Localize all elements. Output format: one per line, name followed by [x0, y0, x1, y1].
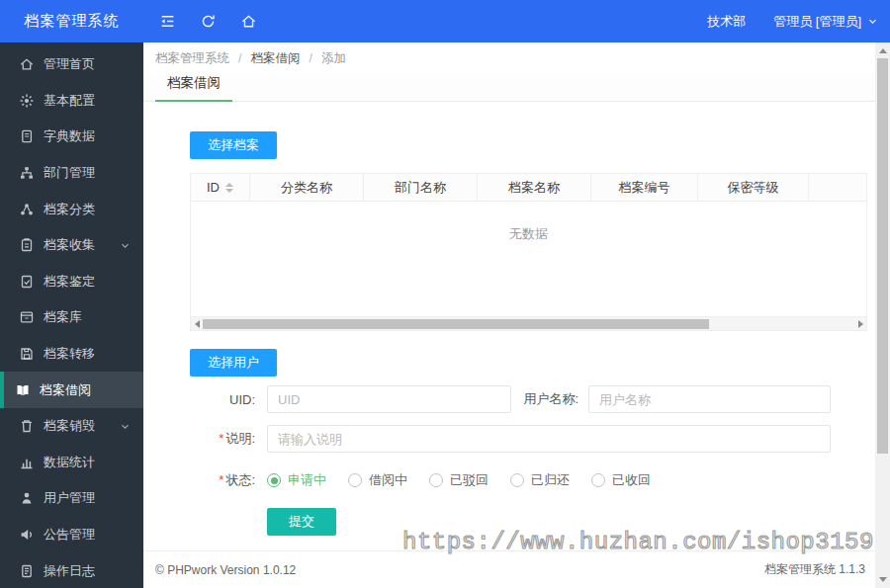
main-panel: 档案管理系统 / 档案借阅 / 添加 档案借阅 选择档案 ID 分: [143, 42, 890, 588]
radio-status-returned[interactable]: 已归还: [510, 471, 570, 489]
collapse-menu-icon[interactable]: [159, 13, 176, 30]
sidebar-item-archive-repo[interactable]: 档案库: [0, 299, 143, 336]
archive-box-icon: [19, 309, 35, 325]
empty-data-text: 无数据: [191, 225, 866, 243]
horizontal-scrollbar[interactable]: [191, 316, 866, 330]
table-header-row: ID 分类名称 部门名称 档案名称 档案编号 保密等级: [191, 174, 866, 202]
home-icon: [19, 56, 35, 72]
sidebar-item-label: 档案转移: [44, 345, 95, 363]
sidebar-item-label: 档案借阅: [40, 381, 91, 399]
home-icon[interactable]: [240, 13, 257, 30]
breadcrumb-item[interactable]: 档案借阅: [250, 50, 300, 67]
sidebar-item-label: 数据统计: [44, 454, 95, 471]
sidebar-item-label: 部门管理: [44, 164, 95, 182]
radio-status-applying[interactable]: 申请中: [267, 471, 326, 489]
archive-management-app: 档案管理系统 技术部 管理员 [管理员] 管理首页: [0, 0, 890, 588]
sidebar-item-basic-config[interactable]: 基本配置: [0, 83, 143, 120]
radio-status-rejected[interactable]: 已驳回: [429, 471, 489, 489]
breadcrumb-item[interactable]: 档案管理系统: [155, 50, 229, 67]
radio-status-borrowing[interactable]: 借阅中: [348, 471, 407, 489]
breadcrumb-separator: /: [238, 51, 241, 65]
radio-circle-icon: [591, 473, 605, 487]
breadcrumb-item: 添加: [321, 50, 346, 67]
log-icon: [19, 563, 35, 579]
footer-version-text: © PHPwork Version 1.0.12: [155, 563, 296, 577]
scroll-down-arrow-icon[interactable]: [879, 577, 887, 582]
sidebar-item-data-stats[interactable]: 数据统计: [0, 445, 143, 481]
username-input[interactable]: [588, 385, 831, 413]
sidebar-item-notice-mgmt[interactable]: 公告管理: [0, 517, 143, 553]
horizontal-scrollbar-thumb[interactable]: [203, 319, 709, 329]
chevron-down-icon: [120, 421, 131, 432]
sidebar-item-op-log[interactable]: 操作日志: [0, 552, 143, 588]
column-header-id[interactable]: ID: [191, 174, 250, 201]
note-row: *说明:: [190, 425, 890, 453]
sidebar-item-archive-borrow[interactable]: 档案借阅: [0, 372, 143, 408]
uid-input[interactable]: [267, 385, 511, 413]
vertical-scrollbar[interactable]: [875, 42, 890, 588]
sidebar-item-label: 操作日志: [44, 562, 95, 580]
sidebar-item-home[interactable]: 管理首页: [0, 46, 143, 83]
sidebar-item-label: 档案鉴定: [44, 273, 95, 291]
scroll-up-arrow-icon[interactable]: [879, 48, 887, 53]
chevron-down-icon: [867, 16, 878, 27]
bar-chart-icon: [19, 455, 35, 470]
required-mark: *: [219, 431, 223, 446]
column-header: 部门名称: [364, 174, 478, 201]
trash-icon: [19, 418, 35, 434]
scroll-right-arrow-icon[interactable]: [854, 320, 866, 328]
column-header-filler: [809, 174, 866, 201]
sidebar-item-archive-transfer[interactable]: 档案转移: [0, 336, 143, 373]
sidebar-nav: 管理首页 基本配置 字典数据 部门管理 档案分类 档案收集: [0, 42, 143, 588]
gear-icon: [19, 93, 35, 109]
breadcrumb-separator: /: [309, 51, 312, 65]
header-right: 技术部 管理员 [管理员]: [707, 13, 890, 31]
column-header: 档案编号: [591, 174, 698, 201]
user-icon: [19, 490, 35, 506]
sidebar-item-archive-destroy[interactable]: 档案销毁: [0, 408, 143, 445]
table-body: 无数据: [191, 202, 866, 316]
sidebar-item-dept-mgmt[interactable]: 部门管理: [0, 155, 143, 192]
status-label: *状态:: [190, 471, 267, 489]
top-header: 档案管理系统 技术部 管理员 [管理员]: [0, 0, 890, 42]
department-menu[interactable]: 技术部: [707, 13, 746, 31]
app-logo: 档案管理系统: [0, 12, 143, 31]
appraise-icon: [19, 274, 35, 290]
sidebar-item-dict-data[interactable]: 字典数据: [0, 119, 143, 155]
select-archive-button[interactable]: 选择档案: [190, 131, 277, 159]
tab-archive-borrow[interactable]: 档案借阅: [155, 74, 232, 102]
required-mark: *: [219, 472, 223, 487]
sidebar-item-label: 档案分类: [44, 201, 95, 218]
sidebar-item-archive-category[interactable]: 档案分类: [0, 191, 143, 227]
note-input[interactable]: [267, 425, 831, 453]
sidebar-item-label: 公告管理: [44, 526, 95, 544]
uid-label: UID:: [190, 392, 267, 407]
radio-status-recalled[interactable]: 已收回: [591, 471, 651, 489]
scroll-left-arrow-icon[interactable]: [191, 320, 203, 328]
select-user-button[interactable]: 选择用户: [190, 349, 277, 377]
user-menu[interactable]: 管理员 [管理员]: [773, 13, 878, 31]
sidebar-item-label: 档案收集: [44, 236, 95, 254]
uid-row: UID: 用户名称:: [190, 385, 890, 413]
refresh-icon[interactable]: [200, 13, 217, 30]
sidebar-item-user-mgmt[interactable]: 用户管理: [0, 480, 143, 517]
radio-circle-icon: [510, 473, 524, 487]
archive-table: ID 分类名称 部门名称 档案名称 档案编号 保密等级 无数据: [190, 173, 867, 331]
vertical-scrollbar-thumb[interactable]: [877, 58, 888, 454]
radio-circle-icon: [267, 473, 281, 487]
sidebar-item-archive-collect[interactable]: 档案收集: [0, 227, 143, 264]
submit-button[interactable]: 提交: [267, 508, 336, 536]
form-content: 选择档案 ID 分类名称 部门名称 档案名称 档案编号 保密等级: [143, 131, 890, 536]
tab-bar: 档案借阅: [143, 74, 890, 102]
sidebar-item-label: 档案销毁: [44, 417, 95, 435]
radio-circle-icon: [429, 473, 443, 487]
sidebar-item-label: 字典数据: [44, 127, 95, 145]
sort-icon[interactable]: [225, 183, 233, 193]
user-menu-label: 管理员 [管理员]: [773, 13, 861, 31]
header-toolbar: [159, 13, 257, 30]
sidebar-item-label: 基本配置: [44, 92, 95, 110]
note-label: *说明:: [190, 430, 267, 448]
column-header: 保密等级: [698, 174, 809, 201]
username-label: 用户名称:: [515, 390, 588, 408]
sidebar-item-archive-appraise[interactable]: 档案鉴定: [0, 264, 143, 300]
